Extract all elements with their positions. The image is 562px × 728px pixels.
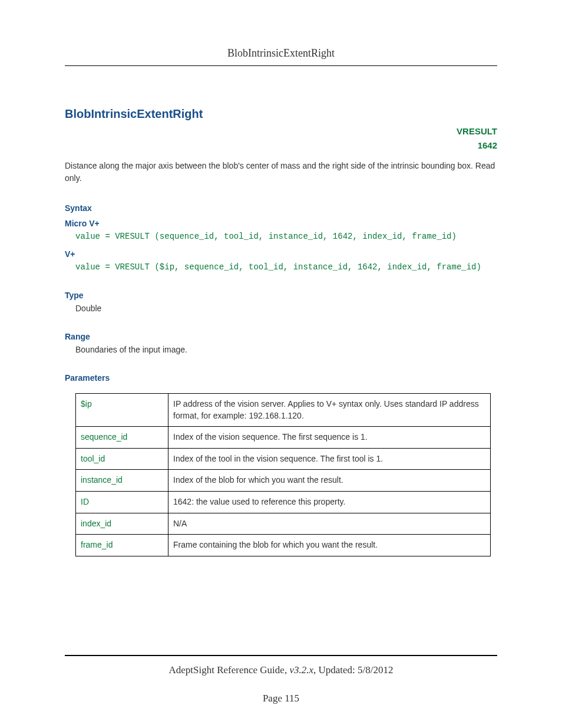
table-row: instance_id Index of the blob for which …	[76, 470, 491, 492]
param-name: frame_id	[76, 535, 168, 556]
badge-code: 1642	[65, 139, 497, 153]
parameters-table: $ip IP address of the vision server. App…	[75, 393, 491, 556]
description-text: Distance along the major axis between th…	[65, 160, 497, 185]
parameters-heading: Parameters	[65, 373, 497, 383]
micro-vplus-label: Micro V+	[65, 219, 497, 228]
type-value: Double	[75, 304, 497, 313]
param-desc: Index of the vision sequence. The first …	[168, 427, 491, 449]
type-heading: Type	[65, 291, 497, 300]
table-row: $ip IP address of the vision server. App…	[76, 394, 491, 427]
table-row: frame_id Frame containing the blob for w…	[76, 535, 491, 556]
syntax-heading: Syntax	[65, 203, 497, 213]
footer-rule	[65, 655, 497, 656]
vplus-code: value = VRESULT ($ip, sequence_id, tool_…	[75, 262, 497, 272]
header-title: BlobIntrinsicExtentRight	[65, 47, 497, 65]
param-name: ID	[76, 491, 168, 513]
param-desc: N/A	[168, 513, 491, 535]
param-desc: IP address of the vision server. Applies…	[168, 394, 491, 427]
vplus-label: V+	[65, 249, 497, 259]
page-number: Page 115	[65, 693, 497, 704]
table-row: tool_id Index of the tool in the vision …	[76, 448, 491, 470]
badge-label: VRESULT	[65, 124, 497, 139]
param-desc: Frame containing the blob for which you …	[168, 535, 491, 556]
result-badge: VRESULT 1642	[65, 124, 497, 153]
footer-version: , v3.2.x	[285, 664, 313, 676]
table-row: sequence_id Index of the vision sequence…	[76, 427, 491, 449]
footer-text: AdeptSight Reference Guide, v3.2.x, Upda…	[65, 664, 497, 676]
param-desc: Index of the tool in the vision sequence…	[168, 448, 491, 470]
param-name: index_id	[76, 513, 168, 535]
range-heading: Range	[65, 332, 497, 341]
param-desc: 1642: the value used to reference this p…	[168, 491, 491, 513]
footer-updated: , Updated: 5/8/2012	[313, 664, 394, 676]
param-name: tool_id	[76, 448, 168, 470]
header-rule	[65, 65, 497, 66]
table-row: ID 1642: the value used to reference thi…	[76, 491, 491, 513]
param-desc: Index of the blob for which you want the…	[168, 470, 491, 492]
param-name: instance_id	[76, 470, 168, 492]
page-footer: AdeptSight Reference Guide, v3.2.x, Upda…	[65, 651, 497, 704]
param-name: sequence_id	[76, 427, 168, 449]
param-name: $ip	[76, 394, 168, 427]
table-row: index_id N/A	[76, 513, 491, 535]
page-title: BlobIntrinsicExtentRight	[65, 107, 497, 121]
range-value: Boundaries of the input image.	[75, 345, 497, 354]
footer-guide: AdeptSight Reference Guide	[169, 664, 285, 676]
micro-vplus-code: value = VRESULT (sequence_id, tool_id, i…	[75, 232, 497, 241]
